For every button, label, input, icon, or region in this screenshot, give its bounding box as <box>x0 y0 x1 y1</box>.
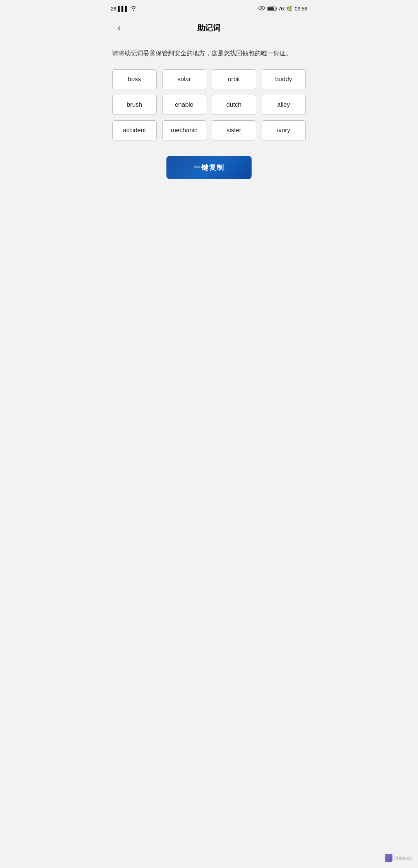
network-label: 26 <box>111 6 116 12</box>
mnemonic-word-11: sister <box>212 120 256 140</box>
mnemonic-word-6: enable <box>162 95 207 115</box>
mnemonic-word-2: solar <box>162 69 207 89</box>
mnemonic-word-8: alley <box>262 95 306 115</box>
mnemonic-word-7: dutch <box>212 95 256 115</box>
mnemonic-word-12: ivory <box>262 120 306 140</box>
battery-level: 76 <box>278 6 284 12</box>
description-text: 请将助记词妥善保管到安全的地方，这是您找回钱包的唯一凭证。 <box>112 48 306 58</box>
mnemonic-word-10: mechanic <box>162 120 207 140</box>
main-content: 请将助记词妥善保管到安全的地方，这是您找回钱包的唯一凭证。 bosssolaro… <box>104 39 314 188</box>
status-right: 76 🌿 09:56 <box>258 6 307 12</box>
status-left: 26 ▌▌▌ <box>111 5 137 12</box>
nav-bar: ‹ 助记词 <box>104 17 314 39</box>
page-title: 助记词 <box>197 23 221 33</box>
back-icon: ‹ <box>118 23 120 33</box>
signal-icon: ▌▌▌ <box>118 6 128 12</box>
battery-indicator <box>267 7 276 11</box>
mnemonic-word-5: brush <box>112 95 157 115</box>
wifi-icon <box>130 5 137 12</box>
copy-button-container: 一键复制 <box>112 156 306 179</box>
words-grid: bosssolarorbitbuddybrushenabledutchalley… <box>112 69 306 140</box>
eye-icon <box>258 6 265 12</box>
svg-point-0 <box>260 7 262 9</box>
time-display: 09:56 <box>295 6 307 12</box>
back-button[interactable]: ‹ <box>112 21 126 35</box>
status-bar: 26 ▌▌▌ 76 🌿 09:56 <box>104 0 314 17</box>
mnemonic-word-4: buddy <box>262 69 306 89</box>
mnemonic-word-1: boss <box>112 69 157 89</box>
mnemonic-word-9: accident <box>112 120 157 140</box>
copy-all-button[interactable]: 一键复制 <box>166 156 252 179</box>
leaf-icon: 🌿 <box>286 6 292 12</box>
mnemonic-word-3: orbit <box>212 69 256 89</box>
